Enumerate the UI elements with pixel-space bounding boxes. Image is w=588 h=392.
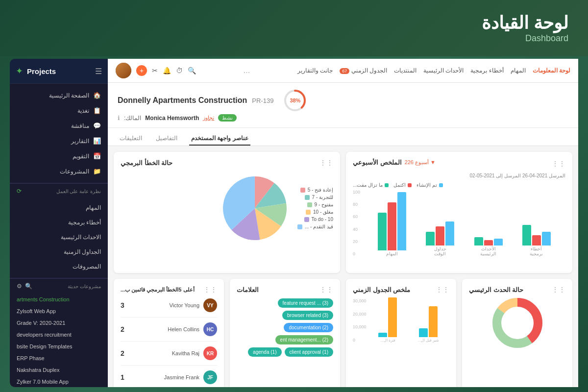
weekly-summary-header: ⋮⋮ ▼ أسبوع 226 الملخص الأسبوعي [353,159,565,168]
timer-icon[interactable]: ⏱ [176,67,183,74]
top-bugs-dots[interactable]: ⋮⋮ [203,286,217,294]
tag-browser-related[interactable]: (3) browser related [282,311,333,320]
bar-label-events: الأحداث الرئيسية [476,246,501,256]
nav-gantt[interactable]: جانت والتقارير [297,67,333,74]
sidebar-item-projects[interactable]: 📁 المشروعات [10,164,108,179]
project-item-nakshatra[interactable]: Nakshatra Duplex [10,364,108,376]
project-item-developers[interactable]: developers recruitment [10,329,108,341]
sidebar-item-discuss[interactable]: 💬 مناقشة [10,118,108,133]
week-nav[interactable]: ▼ أسبوع 226 [405,159,436,166]
more-dots[interactable]: ... [244,66,250,75]
bar-chart-container: 100 80 60 40 20 0 [353,188,565,266]
project-item-erp[interactable]: ERP Phase [10,352,108,364]
navbar-center: ... [244,66,250,75]
sidebar-item-bugs[interactable]: أخطاء برمجية [10,215,108,230]
nav-timeline[interactable]: الجدول الزمني 67 [340,67,387,74]
sidebar-item-events[interactable]: الاحداث الرئيسية [10,230,108,245]
main-event-status-card: ⋮⋮ حالة الحدث الرئيسي [462,279,572,387]
recent-projects-section: ⚙ 🔍 مشروعات حديثة [10,278,108,292]
project-item-current[interactable]: artments Construction [10,294,108,305]
sidebar-item-calendar[interactable]: 📅 التقويم [10,148,108,164]
weekly-summary-card: ⋮⋮ ▼ أسبوع 226 الملخص الأسبوعي المرسل 20… [346,152,572,273]
filter-icon[interactable]: ⚙ [17,283,22,290]
legend-dot-open [385,183,389,187]
bar-label-bugs: أخطاء برمجية [524,246,549,256]
weekly-dots[interactable]: ⋮⋮ [552,160,565,168]
pie-legend-todo-label: To do - 10 [312,217,333,222]
tag-client-approval[interactable]: (1) client approval [285,347,334,357]
tag-agenda[interactable]: (1) agenda [248,347,281,357]
bar-events-open [474,237,483,245]
sidebar-item-home[interactable]: 🏠 الصفحة الرئيسية [10,88,108,103]
bar-label-timelines: جداول الوقت [428,246,452,256]
notification-icon[interactable]: 🔔 [163,67,171,74]
pie-dot-test [305,195,310,200]
top-bugs-header: ⋮⋮ أعلى 5الخطأ البرمجي قائمين ب... [121,286,217,294]
add-button[interactable]: + [136,65,147,76]
banner-english: Dashboard [482,33,568,44]
settings-icon[interactable]: ✂ [152,67,158,74]
bug-count-victor: 3 [121,301,124,309]
pie-legend-test: للتجربة - 7 [297,195,333,200]
pie-legend: إعادة فتح - 5 للتجربة - 7 مفتوح - 9 [297,187,333,229]
content-panel: + ✂ 🔔 ⏱ 🔍 ... لوحة المعلومات المهام أخطا… [108,59,578,387]
sidebar-item-feed[interactable]: 📋 تغذية [10,103,108,118]
tag-ent-management[interactable]: (2) ...ent management [275,335,333,344]
bug-name-kavitha: Kavitha Raj [124,350,203,356]
status-badge: نشط [218,114,237,122]
info-icon: ℹ [118,115,120,122]
nav-forums[interactable]: المنتديات [394,67,416,74]
nav-events[interactable]: الأحداث الرئيسية [423,67,464,74]
navbar-left: + ✂ 🔔 ⏱ 🔍 [116,63,196,78]
tab-details[interactable]: التفاصيل [154,132,179,146]
bar-tasks-open [378,213,387,250]
avatar-jasmine: JF [203,370,217,384]
search-icon-sidebar[interactable]: 🔍 [25,283,32,290]
bar-events-completed [484,240,493,245]
discuss-icon: 💬 [93,122,101,129]
sidebar-item-timelines[interactable]: الجداول الزمنية [10,245,108,259]
bug-status-dots[interactable]: ⋮⋮ [319,159,333,167]
bug-list: VY Victor Young 3 HC Helen Collins 2 K [121,298,217,384]
tags-dots[interactable]: ⋮⋮ [319,286,333,294]
sidebar-events-label: الاحداث الرئيسية [61,234,101,241]
sidebar-item-projects-label: المشروعات [60,168,89,175]
nav-tasks[interactable]: المهام [511,67,526,74]
tab-user-interface[interactable]: عناصر واجهة المستخدم [189,132,250,146]
timeline-label-1: شير قبل ال... [417,338,439,343]
report-link[interactable]: تجاوز [203,115,214,121]
project-item-zylsoft[interactable]: Zylsoft Web App [10,305,108,317]
sidebar-item-tasks[interactable]: المهام [10,200,108,215]
sidebar-menu-icon[interactable]: ☰ [95,67,102,76]
legend-dot-completed [408,183,412,187]
project-item-website[interactable]: bsite Design Templates [10,341,108,352]
timeline-summary-dots[interactable]: ⋮⋮ [436,286,449,294]
sidebar-item-expenses[interactable]: المصروفات [10,259,108,274]
project-item-zylker[interactable]: Zylker 7.0 Mobile App [10,376,108,387]
sidebar-item-reports[interactable]: 📊 التقارير [10,133,108,148]
projects-icon: 📁 [93,168,101,175]
tags-container: (3) ... feature request (3) browser rela… [237,298,333,357]
avatar-helen: HC [203,322,217,336]
pie-legend-closed: مغلق - 10 [297,209,333,215]
search-icon[interactable]: 🔍 [188,67,196,74]
date-range: المرسل 2021-04-26 المرسل إلى 2021-05-02 [353,173,565,178]
pie-chart [218,172,292,245]
navbar-right: لوحة المعلومات المهام أخطاء برمجية الأحد… [297,67,570,74]
nav-dashboard[interactable]: لوحة المعلومات [533,67,570,74]
project-item-grade[interactable]: Grade V: 2020-2021 [10,317,108,329]
nav-bugs[interactable]: أخطاء برمجية [470,67,503,74]
pie-container: إعادة فتح - 5 للتجربة - 7 مفتوح - 9 [121,172,333,245]
bug-row-victor: VY Victor Young 3 [121,298,217,312]
tab-comments[interactable]: التعليقات [118,132,144,146]
timeline-badge: 67 [340,68,349,74]
user-avatar[interactable] [116,63,131,78]
bar-group-tasks: المهام [378,192,406,256]
top-bugs-card: ⋮⋮ أعلى 5الخطأ البرمجي قائمين ب... VY Vi… [114,279,224,387]
main-event-dots[interactable]: ⋮⋮ [552,286,565,294]
bar-bugs-created [542,232,551,245]
tag-feature-request[interactable]: (3) ... feature request [278,298,333,308]
tag-documentation[interactable]: (2) documentation [284,323,333,332]
work-overview-nav: المهام أخطاء برمجية الاحداث الرئيسية الج… [10,196,108,278]
sidebar-bugs-label: أخطاء برمجية [68,219,101,226]
